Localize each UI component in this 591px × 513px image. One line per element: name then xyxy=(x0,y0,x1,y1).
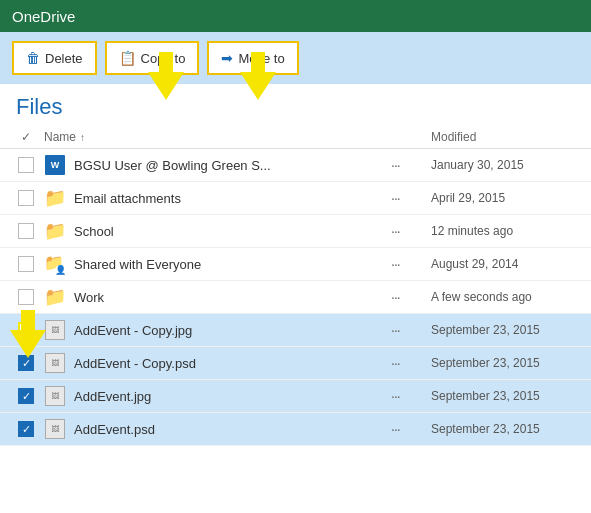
move-to-label: Move to xyxy=(238,51,284,66)
delete-label: Delete xyxy=(45,51,83,66)
file-icon-cell: 📁 xyxy=(44,187,66,209)
file-icon-cell: 🖼 xyxy=(44,418,66,440)
name-cell: 📁 Work xyxy=(44,286,391,308)
image-icon: 🖼 xyxy=(45,419,65,439)
image-icon: 🖼 xyxy=(45,353,65,373)
name-cell: 📁 👤 Shared with Everyone xyxy=(44,253,391,275)
name-cell: 🖼 AddEvent.jpg xyxy=(44,385,391,407)
dots-cell[interactable]: ··· xyxy=(391,289,431,305)
checkbox-cell xyxy=(8,289,44,305)
checkbox-cell xyxy=(8,190,44,206)
file-name: AddEvent.jpg xyxy=(74,389,151,404)
modified-cell: September 23, 2015 xyxy=(431,356,591,370)
table-row: 📁 Work ··· A few seconds ago xyxy=(0,281,591,314)
file-name: BGSU User @ Bowling Green S... xyxy=(74,158,271,173)
file-name: Work xyxy=(74,290,104,305)
header-modified: Modified xyxy=(431,130,591,144)
checkbox-cell xyxy=(8,256,44,272)
copy-icon: 📋 xyxy=(119,50,136,66)
checkbox[interactable] xyxy=(18,223,34,239)
checkbox-cell: ✓ xyxy=(8,322,44,338)
dots-cell[interactable]: ··· xyxy=(391,157,431,173)
table-row: ✓ 🖼 AddEvent.jpg ··· September 23, 2015 xyxy=(0,380,591,413)
copy-to-button[interactable]: 📋 Copy to xyxy=(105,41,200,75)
name-cell: W BGSU User @ Bowling Green S... xyxy=(44,154,391,176)
dots-cell[interactable]: ··· xyxy=(391,223,431,239)
checkbox-cell: ✓ xyxy=(8,421,44,437)
table-row: ✓ 🖼 AddEvent - Copy.psd ··· September 23… xyxy=(0,347,591,380)
folder-icon: 📁 xyxy=(44,288,66,306)
header-name: Name ↑ xyxy=(44,130,391,144)
move-icon: ➡ xyxy=(221,50,233,66)
modified-cell: September 23, 2015 xyxy=(431,389,591,403)
table-row: W BGSU User @ Bowling Green S... ··· Jan… xyxy=(0,149,591,182)
file-icon-cell: 🖼 xyxy=(44,385,66,407)
toolbar: 🗑 Delete 📋 Copy to ➡ Move to xyxy=(0,32,591,84)
file-icon-cell: W xyxy=(44,154,66,176)
checkbox[interactable] xyxy=(18,190,34,206)
name-cell: 📁 School xyxy=(44,220,391,242)
shared-folder-icon: 📁 👤 xyxy=(44,253,66,275)
file-name: Email attachments xyxy=(74,191,181,206)
word-icon: W xyxy=(45,155,65,175)
dots-cell[interactable]: ··· xyxy=(391,322,431,338)
file-icon-cell: 🖼 xyxy=(44,319,66,341)
checkbox[interactable]: ✓ xyxy=(18,355,34,371)
file-name: Shared with Everyone xyxy=(74,257,201,272)
name-cell: 🖼 AddEvent - Copy.jpg xyxy=(44,319,391,341)
file-icon-cell: 🖼 xyxy=(44,352,66,374)
table-row: ✓ 🖼 AddEvent.psd ··· September 23, 2015 xyxy=(0,413,591,446)
modified-cell: A few seconds ago xyxy=(431,290,591,304)
table-row: ✓ 🖼 AddEvent - Copy.jpg ··· September 23… xyxy=(0,314,591,347)
copy-to-label: Copy to xyxy=(141,51,186,66)
name-cell: 📁 Email attachments xyxy=(44,187,391,209)
file-icon-cell: 📁 xyxy=(44,220,66,242)
table-row: 📁 👤 Shared with Everyone ··· August 29, … xyxy=(0,248,591,281)
file-name: AddEvent - Copy.psd xyxy=(74,356,196,371)
dots-cell[interactable]: ··· xyxy=(391,421,431,437)
table-body: W BGSU User @ Bowling Green S... ··· Jan… xyxy=(0,149,591,446)
title-bar: OneDrive xyxy=(0,0,591,32)
image-icon: 🖼 xyxy=(45,320,65,340)
table-header: ✓ Name ↑ Modified xyxy=(0,126,591,149)
header-actions xyxy=(391,130,431,144)
delete-button[interactable]: 🗑 Delete xyxy=(12,41,97,75)
name-cell: 🖼 AddEvent - Copy.psd xyxy=(44,352,391,374)
modified-cell: 12 minutes ago xyxy=(431,224,591,238)
checkbox-cell: ✓ xyxy=(8,355,44,371)
checkbox-cell xyxy=(8,223,44,239)
header-check: ✓ xyxy=(8,130,44,144)
checkbox[interactable]: ✓ xyxy=(18,388,34,404)
checkbox[interactable]: ✓ xyxy=(18,322,34,338)
checkmark-icon: ✓ xyxy=(21,130,31,144)
app-container: OneDrive 🗑 Delete 📋 Copy to ➡ Move to Fi xyxy=(0,0,591,513)
dots-cell[interactable]: ··· xyxy=(391,190,431,206)
file-name: AddEvent.psd xyxy=(74,422,155,437)
image-icon: 🖼 xyxy=(45,386,65,406)
table-row: 📁 School ··· 12 minutes ago xyxy=(0,215,591,248)
app-title: OneDrive xyxy=(12,8,75,25)
modified-cell: January 30, 2015 xyxy=(431,158,591,172)
checkbox[interactable] xyxy=(18,157,34,173)
trash-icon: 🗑 xyxy=(26,50,40,66)
sort-icon: ↑ xyxy=(80,132,85,143)
name-cell: 🖼 AddEvent.psd xyxy=(44,418,391,440)
move-to-button[interactable]: ➡ Move to xyxy=(207,41,298,75)
dots-cell[interactable]: ··· xyxy=(391,256,431,272)
dots-cell[interactable]: ··· xyxy=(391,388,431,404)
file-name: School xyxy=(74,224,114,239)
modified-cell: August 29, 2014 xyxy=(431,257,591,271)
checkbox-cell: ✓ xyxy=(8,388,44,404)
checkbox[interactable] xyxy=(18,256,34,272)
folder-icon: 📁 xyxy=(44,189,66,207)
files-heading: Files xyxy=(0,84,591,126)
checkbox[interactable] xyxy=(18,289,34,305)
dots-cell[interactable]: ··· xyxy=(391,355,431,371)
modified-cell: September 23, 2015 xyxy=(431,422,591,436)
files-section: Files ✓ Name ↑ Modified W BGSU User @ Bo… xyxy=(0,84,591,446)
file-icon-cell: 📁 👤 xyxy=(44,253,66,275)
checkbox-cell xyxy=(8,157,44,173)
checkbox[interactable]: ✓ xyxy=(18,421,34,437)
file-name: AddEvent - Copy.jpg xyxy=(74,323,192,338)
modified-cell: April 29, 2015 xyxy=(431,191,591,205)
